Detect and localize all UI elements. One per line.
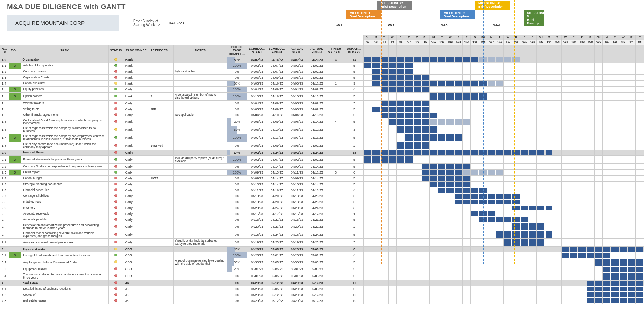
date-cell[interactable]: 5 bbox=[345, 63, 364, 69]
pct-cell[interactable]: 0% bbox=[227, 199, 247, 205]
cell[interactable]: Hank bbox=[124, 80, 149, 86]
date-cell[interactable]: 04/07/23 bbox=[247, 134, 267, 142]
date-cell[interactable]: 3 bbox=[345, 239, 364, 247]
date-cell[interactable]: 04/20/23 bbox=[307, 57, 327, 63]
date-cell[interactable]: 05/01/23 bbox=[287, 266, 307, 272]
status-cell[interactable] bbox=[108, 142, 124, 150]
cell[interactable] bbox=[149, 80, 174, 86]
date-cell[interactable]: 04/26/23 bbox=[247, 252, 267, 258]
date-cell[interactable]: 3 bbox=[345, 100, 364, 106]
task-name[interactable]: List of any names (and documentation) un… bbox=[21, 142, 108, 150]
date-cell[interactable]: 04/07/23 bbox=[307, 63, 327, 69]
notes-cell[interactable]: A set of business-related laws dealing w… bbox=[173, 258, 227, 266]
date-cell[interactable]: 04/14/23 bbox=[267, 181, 287, 187]
cell[interactable]: Hank bbox=[124, 92, 149, 100]
notes-cell[interactable] bbox=[173, 142, 227, 150]
task-name[interactable]: Organization bbox=[21, 57, 108, 63]
date-cell[interactable]: 04/16/23 bbox=[287, 217, 307, 223]
date-cell[interactable]: 05/12/23 bbox=[267, 298, 287, 304]
date-cell[interactable]: 04/21/23 bbox=[307, 217, 327, 223]
date-cell[interactable]: 04/13/23 bbox=[287, 199, 307, 205]
date-cell[interactable]: 05/05/23 bbox=[267, 272, 287, 280]
date-cell[interactable]: 04/09/23 bbox=[247, 169, 267, 175]
status-cell[interactable] bbox=[108, 292, 124, 298]
date-cell[interactable]: 9 bbox=[345, 80, 364, 86]
date-cell[interactable]: 04/24/23 bbox=[307, 205, 327, 211]
cell[interactable]: 2.11 bbox=[0, 217, 9, 223]
cell[interactable]: 19SS bbox=[149, 175, 174, 181]
date-cell[interactable] bbox=[327, 126, 345, 134]
cell[interactable]: Hank bbox=[124, 142, 149, 150]
date-cell[interactable]: 5 bbox=[345, 231, 364, 239]
status-cell[interactable] bbox=[108, 100, 124, 106]
date-cell[interactable] bbox=[327, 199, 345, 205]
date-cell[interactable]: 04/09/23 bbox=[247, 163, 267, 169]
notes-cell[interactable] bbox=[173, 199, 227, 205]
date-cell[interactable] bbox=[327, 69, 345, 74]
notes-cell[interactable]: Include 3rd party reports (audit firm) i… bbox=[173, 155, 227, 163]
date-cell[interactable]: 04/10/23 bbox=[267, 126, 287, 134]
date-cell[interactable]: 05/05/23 bbox=[267, 286, 287, 292]
date-cell[interactable]: 04/09/23 bbox=[247, 175, 267, 181]
pct-cell[interactable]: 100% bbox=[227, 252, 247, 258]
date-cell[interactable]: 05/01/23 bbox=[247, 272, 267, 280]
date-cell[interactable]: 04/16/23 bbox=[307, 92, 327, 100]
date-cell[interactable]: 04/11/23 bbox=[287, 187, 307, 193]
cell[interactable]: 3.1 bbox=[0, 252, 9, 258]
date-cell[interactable]: 04/17/23 bbox=[267, 211, 287, 217]
date-cell[interactable]: 5 bbox=[345, 266, 364, 272]
cell[interactable] bbox=[149, 126, 174, 134]
status-cell[interactable] bbox=[108, 231, 124, 239]
notes-cell[interactable] bbox=[173, 169, 227, 175]
date-cell[interactable]: 05/12/23 bbox=[307, 292, 327, 298]
notes-cell[interactable]: If public entity, include Sarbanes Oxley… bbox=[173, 239, 227, 247]
cell[interactable] bbox=[149, 272, 174, 280]
date-cell[interactable]: 04/04/23 bbox=[287, 86, 307, 92]
date-cell[interactable]: 5 bbox=[345, 272, 364, 280]
task-name[interactable]: Transactions relating to major capital e… bbox=[21, 272, 108, 280]
cell[interactable]: Carly bbox=[124, 239, 149, 247]
done-cell[interactable]: X bbox=[9, 155, 21, 163]
task-name[interactable]: Equipment leases bbox=[21, 266, 108, 272]
cell[interactable]: Carly bbox=[124, 211, 149, 217]
status-cell[interactable] bbox=[108, 112, 124, 118]
date-cell[interactable]: 04/16/23 bbox=[267, 80, 287, 86]
date-cell[interactable]: 04/08/23 bbox=[287, 118, 307, 126]
date-cell[interactable]: 04/20/23 bbox=[287, 223, 307, 231]
date-cell[interactable] bbox=[327, 223, 345, 231]
status-cell[interactable] bbox=[108, 169, 124, 175]
date-cell[interactable]: 04/24/23 bbox=[267, 231, 287, 239]
cell[interactable] bbox=[149, 155, 174, 163]
date-cell[interactable]: 04/07/23 bbox=[307, 69, 327, 74]
status-cell[interactable] bbox=[108, 239, 124, 247]
cell[interactable]: 1.5 bbox=[0, 118, 9, 126]
task-name[interactable]: Voting trusts bbox=[21, 106, 108, 112]
cell[interactable]: Hank bbox=[124, 69, 149, 74]
date-cell[interactable]: 04/04/23 bbox=[247, 86, 267, 92]
notes-cell[interactable] bbox=[173, 134, 227, 142]
pct-cell[interactable]: 38% bbox=[227, 80, 247, 86]
date-cell[interactable]: 04/20/23 bbox=[287, 205, 307, 211]
date-cell[interactable]: 04/30/23 bbox=[287, 258, 307, 266]
notes-cell[interactable] bbox=[173, 266, 227, 272]
task-name[interactable]: List of regions in which the company is … bbox=[21, 126, 108, 134]
date-cell[interactable]: 05/01/23 bbox=[307, 252, 327, 258]
pct-cell[interactable]: 14% bbox=[227, 150, 247, 155]
cell[interactable]: Carly bbox=[124, 199, 149, 205]
task-name[interactable]: Option holders bbox=[21, 92, 108, 100]
task-name[interactable]: Other financial agreements bbox=[21, 112, 108, 118]
pct-cell[interactable]: 0% bbox=[227, 223, 247, 231]
date-cell[interactable]: 04/24/23 bbox=[307, 150, 327, 155]
cell[interactable] bbox=[149, 163, 174, 169]
status-cell[interactable] bbox=[108, 74, 124, 80]
status-cell[interactable] bbox=[108, 223, 124, 231]
date-cell[interactable]: 04/02/23 bbox=[287, 63, 307, 69]
task-name[interactable]: Accounts receivable bbox=[21, 211, 108, 217]
date-cell[interactable]: 04/30/23 bbox=[247, 258, 267, 266]
date-cell[interactable]: 04/23/23 bbox=[267, 223, 287, 231]
date-cell[interactable]: 04/24/23 bbox=[267, 205, 287, 211]
pct-cell[interactable]: 100% bbox=[227, 169, 247, 175]
date-cell[interactable]: 14 bbox=[345, 57, 364, 63]
cell[interactable]: 2.1 bbox=[0, 239, 9, 247]
cell[interactable] bbox=[149, 63, 174, 69]
